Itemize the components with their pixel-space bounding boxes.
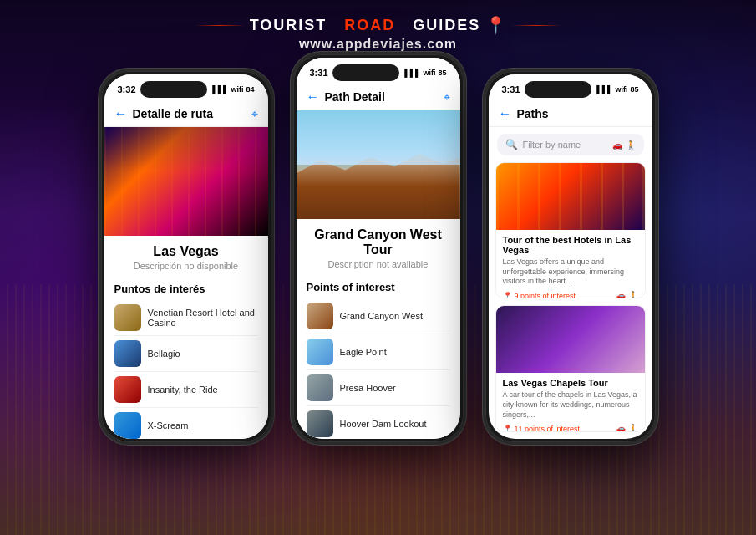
pin-icon-hotels: 📍 — [503, 292, 512, 299]
poi-thumb-venetian — [114, 304, 141, 331]
path-card-img-chapels — [496, 306, 645, 373]
nav-title-3: Paths — [517, 107, 642, 120]
status-bar-1: 3:32 ▌▌▌ wifi 84 — [104, 74, 268, 101]
poi-thumb-xscream — [114, 412, 141, 439]
bookmark-2[interactable]: ⌖ — [444, 90, 450, 104]
pin-icon-chapels: 📍 — [503, 425, 512, 432]
phones-container: 3:32 ▌▌▌ wifi 84 ← Detalle de ruta ⌖ Las… — [0, 60, 756, 445]
search-icon: 🔍 — [505, 139, 518, 150]
hero-grandcanyon — [297, 110, 460, 219]
list-item: X-Scream — [114, 408, 258, 439]
nav-title-1: Detalle de ruta — [133, 107, 251, 120]
poi-count-text-hotels: 9 points of interest — [515, 292, 576, 299]
path-card-meta-chapels: 📍 11 points of interest 🚗 🚶 — [503, 424, 638, 432]
divider-right — [511, 25, 561, 26]
poi-thumb-dam — [307, 410, 333, 437]
signal-icon-3: ▌▌▌ — [596, 85, 612, 94]
path-card-chapels[interactable]: Las Vegas Chapels Tour A car tour of the… — [495, 305, 646, 432]
status-bar-2: 3:31 ▌▌▌ wifi 85 — [297, 58, 460, 84]
poi-list-2: Grand Canyon West Eagle Point Presa Hoov… — [297, 298, 460, 439]
car-transport-hotels: 🚗 — [616, 291, 626, 298]
car-transport-chapels: 🚗 — [616, 424, 626, 432]
search-bar[interactable]: 🔍 Filter by name 🚗 🚶 — [497, 134, 644, 155]
phone-paths: 3:31 ▌▌▌ wifi 85 ← Paths 🔍 Filter by nam… — [483, 69, 658, 445]
phone1-content: Las Vegas Descripción no disponible Punt… — [104, 236, 268, 439]
brand-tourist: TOURIST — [250, 17, 327, 33]
brand-guides: GUIDES — [413, 17, 480, 33]
walk-transport-chapels: 🚶 — [628, 424, 638, 432]
poi-name: Hoover Dam Lookout — [340, 419, 427, 429]
list-item: Presa Hoover — [307, 370, 450, 406]
poi-name: Grand Canyon West — [340, 311, 423, 321]
dynamic-island-2 — [332, 64, 399, 81]
poi-name: Venetian Resort Hotel and Casino — [148, 308, 258, 328]
poi-name: Eagle Point — [340, 347, 387, 357]
poi-count-chapels: 📍 11 points of interest — [503, 425, 581, 432]
back-button-2[interactable]: ← — [307, 89, 320, 104]
car-icon: 🚗 — [612, 140, 622, 150]
wifi-icon-1: wifi — [231, 85, 243, 94]
poi-name: X-Scream — [148, 420, 189, 431]
status-bar-3: 3:31 ▌▌▌ wifi 85 — [489, 74, 652, 101]
nav-bar-1: ← Detalle de ruta ⌖ — [104, 101, 268, 127]
path-card-body-hotels: Tour of the best Hotels in Las Vegas Las… — [496, 230, 645, 298]
path-card-desc-hotels: Las Vegas offers a unique and unforgetta… — [503, 257, 638, 287]
location-icon: 📍 — [485, 15, 506, 35]
section-title-2: Points of interest — [297, 276, 460, 298]
nav-bar-2: ← Path Detail ⌖ — [297, 84, 460, 110]
phone-grandcanyon: 3:31 ▌▌▌ wifi 85 ← Path Detail ⌖ Grand C… — [291, 52, 466, 445]
wifi-icon-3: wifi — [615, 85, 627, 94]
battery-3: 85 — [630, 85, 638, 94]
list-item: Bellagio — [114, 336, 258, 372]
brand-title: TOURIST ROAD GUIDES — [250, 17, 481, 34]
place-subtitle-1: Descripción no disponible — [104, 261, 268, 278]
battery-2: 85 — [438, 69, 446, 77]
nav-bar-3: ← Paths — [489, 101, 652, 127]
time-1: 3:32 — [118, 84, 136, 94]
poi-name: Presa Hoover — [340, 383, 396, 393]
section-title-1: Puntos de interés — [104, 278, 268, 300]
path-card-hotels[interactable]: Tour of the best Hotels in Las Vegas Las… — [495, 162, 646, 298]
list-item: Hoover Dam Lookout — [307, 406, 450, 439]
back-button-1[interactable]: ← — [114, 106, 128, 121]
brand-line: TOURIST ROAD GUIDES 📍 — [0, 15, 756, 35]
time-3: 3:31 — [502, 84, 520, 94]
walk-transport-hotels: 🚶 — [628, 291, 638, 298]
path-card-body-chapels: Las Vegas Chapels Tour A car tour of the… — [496, 373, 645, 432]
status-icons-2: ▌▌▌ wifi 85 — [404, 69, 446, 77]
hero-lasvegas — [104, 127, 268, 236]
bookmark-1[interactable]: ⌖ — [251, 107, 258, 121]
poi-name: Insanity, the Ride — [148, 385, 218, 395]
dynamic-island-3 — [525, 81, 591, 98]
poi-name: Bellagio — [148, 349, 180, 359]
phone-lasvegas: 3:32 ▌▌▌ wifi 84 ← Detalle de ruta ⌖ Las… — [99, 69, 274, 445]
filter-icons: 🚗 🚶 — [612, 140, 636, 150]
battery-1: 84 — [246, 85, 254, 94]
wifi-icon-2: wifi — [423, 69, 435, 77]
path-card-desc-chapels: A car tour of the chapels in Las Vegas, … — [503, 390, 638, 420]
place-subtitle-2: Description not available — [297, 259, 460, 276]
poi-thumb-insanity — [114, 376, 141, 403]
list-item: Grand Canyon West — [307, 298, 450, 334]
divider-left — [195, 25, 245, 26]
poi-thumb-gc — [307, 303, 333, 329]
path-card-img-hotels — [496, 163, 645, 230]
status-icons-1: ▌▌▌ wifi 84 — [212, 85, 254, 94]
path-card-title-hotels: Tour of the best Hotels in Las Vegas — [503, 235, 638, 255]
list-item: Venetian Resort Hotel and Casino — [114, 300, 258, 336]
poi-thumb-eagle — [307, 339, 333, 365]
phone-paths-inner: 3:31 ▌▌▌ wifi 85 ← Paths 🔍 Filter by nam… — [489, 74, 652, 439]
poi-thumb-hoover — [307, 374, 333, 401]
signal-icon-2: ▌▌▌ — [404, 69, 420, 77]
search-placeholder: Filter by name — [523, 140, 581, 150]
place-title-2: Grand Canyon West Tour — [297, 219, 460, 259]
poi-count-hotels: 📍 9 points of interest — [503, 292, 576, 299]
time-2: 3:31 — [310, 68, 328, 78]
poi-list-1: Venetian Resort Hotel and Casino Bellagi… — [104, 300, 268, 439]
nav-title-2: Path Detail — [325, 90, 444, 104]
poi-count-text-chapels: 11 points of interest — [515, 425, 581, 432]
back-button-3[interactable]: ← — [499, 106, 512, 121]
signal-icon-1: ▌▌▌ — [212, 85, 228, 94]
brand-url: www.appdeviajes.com — [0, 37, 756, 52]
path-card-meta-hotels: 📍 9 points of interest 🚗 🚶 — [503, 291, 638, 298]
